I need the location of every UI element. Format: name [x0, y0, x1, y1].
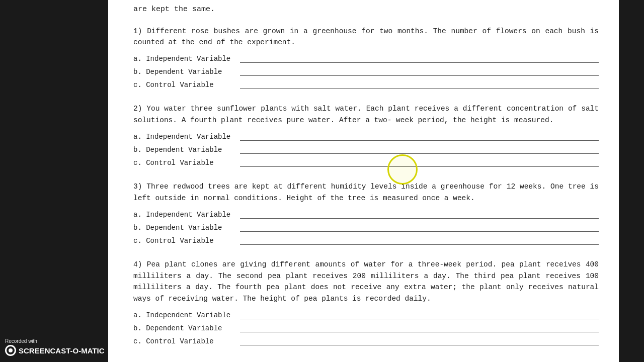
partial-top-text: are kept the same. [133, 0, 599, 26]
question-3-variable-1-label: a. Independent Variable [133, 211, 239, 219]
question-4-variable-1-row: a. Independent Variable [133, 310, 599, 319]
question-3-variable-2-row: b. Dependent Variable [133, 223, 599, 232]
question-4-variable-3-line [240, 336, 599, 345]
screencast-logo: SCREENCAST-O-MATIC [5, 345, 105, 356]
question-2-variable-1-line [240, 132, 599, 141]
question-1-variable-3-line [240, 80, 599, 89]
question-2: 2) You water three sunflower plants with… [133, 103, 599, 167]
question-1-variable-2-line [240, 67, 599, 76]
question-3-variable-3-line [240, 236, 599, 245]
question-4-variable-2-label: b. Dependent Variable [133, 324, 239, 332]
questions-container: 1) Different rose bushes are grown in a … [133, 26, 599, 346]
question-3-variable-1-line [240, 210, 599, 219]
question-3-text: 3) Three redwood trees are kept at diffe… [133, 181, 599, 204]
question-2-variable-2-row: b. Dependent Variable [133, 145, 599, 154]
question-3-variable-3-row: c. Control Variable [133, 236, 599, 245]
question-2-text: 2) You water three sunflower plants with… [133, 103, 599, 126]
question-1-variable-1-row: a. Independent Variable [133, 54, 599, 63]
question-1-variable-3-label: c. Control Variable [133, 81, 239, 89]
question-2-variable-2-line [240, 145, 599, 154]
question-2-variable-1-row: a. Independent Variable [133, 132, 599, 141]
question-3-variable-1-row: a. Independent Variable [133, 210, 599, 219]
question-3-variable-2-label: b. Dependent Variable [133, 224, 239, 232]
question-4-text: 4) Pea plant clones are giving different… [133, 259, 599, 304]
question-2-variable-1-label: a. Independent Variable [133, 133, 239, 141]
question-4-variable-1-line [240, 310, 599, 319]
question-1-variable-2-label: b. Dependent Variable [133, 68, 239, 76]
question-4-variable-3-label: c. Control Variable [133, 337, 239, 345]
question-1-variable-3-row: c. Control Variable [133, 80, 599, 89]
question-3-variable-2-line [240, 223, 599, 232]
question-4-variable-2-line [240, 323, 599, 332]
left-sidebar [0, 0, 108, 362]
recorded-with-label: Recorded with [5, 338, 105, 344]
question-2-variable-3-row: c. Control Variable [133, 158, 599, 167]
question-2-variable-3-label: c. Control Variable [133, 159, 239, 167]
document-content: are kept the same. 1) Different rose bus… [108, 0, 619, 362]
document-area: are kept the same. 1) Different rose bus… [108, 0, 619, 362]
question-3-variable-3-label: c. Control Variable [133, 237, 239, 245]
question-3: 3) Three redwood trees are kept at diffe… [133, 181, 599, 245]
question-1-text: 1) Different rose bushes are grown in a … [133, 26, 599, 48]
question-1-variable-1-line [240, 54, 599, 63]
question-1: 1) Different rose bushes are grown in a … [133, 26, 599, 89]
right-sidebar [619, 0, 644, 362]
question-4-variable-1-label: a. Independent Variable [133, 311, 239, 319]
question-1-variable-2-row: b. Dependent Variable [133, 67, 599, 76]
screencast-circle-icon [5, 345, 16, 356]
question-2-variable-3-line [240, 158, 599, 167]
question-4: 4) Pea plant clones are giving different… [133, 259, 599, 345]
brand-name: SCREENCAST-O-MATIC [19, 346, 105, 355]
question-4-variable-3-row: c. Control Variable [133, 336, 599, 345]
question-4-variable-2-row: b. Dependent Variable [133, 323, 599, 332]
question-2-variable-2-label: b. Dependent Variable [133, 146, 239, 154]
screencast-badge: Recorded with SCREENCAST-O-MATIC [5, 338, 105, 356]
question-1-variable-1-label: a. Independent Variable [133, 55, 239, 63]
